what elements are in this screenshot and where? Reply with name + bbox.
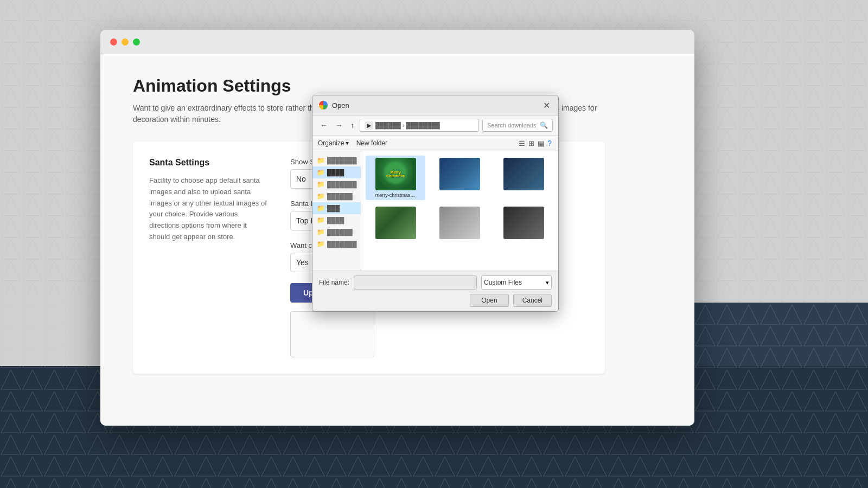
folder-icon-3: 📁: [317, 192, 325, 200]
thumb-img-2: [439, 158, 480, 190]
folder-label-2: ███████: [327, 181, 357, 188]
chrome-icon: [319, 101, 328, 110]
browser-titlebar: [100, 30, 694, 54]
thumb-img-5: [439, 207, 480, 239]
back-button[interactable]: ←: [318, 120, 330, 131]
sidebar-folder-3[interactable]: 📁 ██████: [312, 190, 361, 202]
browser-window: Animation Settings Want to give an extra…: [100, 30, 694, 426]
search-icon: 🔍: [540, 121, 548, 129]
toolbar2-left: Organize ▾ New folder: [318, 139, 387, 147]
settings-section-title: Santa Settings: [149, 158, 269, 168]
folder-icon-2: 📁: [317, 181, 325, 188]
view-btn-help[interactable]: ?: [546, 138, 553, 149]
sidebar-folder-6[interactable]: 📁 ██████: [312, 226, 361, 238]
file-thumb-6[interactable]: [494, 204, 554, 243]
browser-dot-red: [110, 38, 117, 46]
sidebar-folder-2[interactable]: 📁 ███████: [312, 178, 361, 190]
thumb-label-christmas: merry-christmas-lettering-frame_1262-683…: [375, 192, 416, 198]
page-title: Animation Settings: [133, 76, 662, 96]
dark-blue-preview: [503, 158, 544, 190]
organize-chevron: ▾: [346, 139, 349, 147]
view-buttons: ☰ ⊞ ▤ ?: [518, 138, 553, 149]
settings-section-desc: Facility to choose app default santa ima…: [149, 175, 269, 243]
organize-button[interactable]: Organize ▾: [318, 139, 349, 147]
folder-icon-5: 📁: [317, 216, 325, 224]
up-button[interactable]: ↑: [348, 120, 356, 131]
dialog-toolbar2: Organize ▾ New folder ☰ ⊞ ▤ ?: [312, 136, 558, 151]
address-path: ██████ › ████████: [375, 122, 440, 129]
dialog-address-toolbar: ← → ↑ ▶ ██████ › ████████ Search downloa…: [312, 115, 558, 136]
sidebar-folder-item[interactable]: 📁 ███████: [312, 155, 361, 166]
file-thumb-5[interactable]: [430, 204, 489, 243]
folder-label-6: ██████: [327, 229, 353, 235]
dialog-close-button[interactable]: ✕: [541, 100, 552, 111]
christmas-text: MerryChristmas: [386, 170, 405, 178]
address-bar[interactable]: ▶ ██████ › ████████: [360, 119, 479, 132]
file-type-text: Custom Files: [484, 279, 522, 286]
file-actions: Open Cancel: [319, 294, 552, 307]
organize-label: Organize: [318, 139, 344, 147]
file-thumb-2[interactable]: [430, 156, 489, 200]
folder-icon-4: 📁: [317, 204, 325, 212]
folder-label-3: ██████: [327, 193, 353, 200]
sidebar-folder-item-active[interactable]: 📁 ████: [312, 166, 361, 178]
dialog-title-text: Open: [332, 101, 349, 110]
file-name-row: File name: Custom Files ▾: [319, 275, 552, 290]
browser-dot-yellow: [122, 38, 129, 46]
folder-icon: 📁: [317, 157, 325, 164]
view-btn-grid[interactable]: ⊞: [527, 138, 535, 149]
sidebar-folder-4[interactable]: 📁 ███: [312, 202, 361, 214]
view-btn-details[interactable]: ▤: [537, 138, 545, 149]
thumb-img-3: [503, 158, 544, 190]
folder-label-active: ████: [327, 169, 344, 176]
browser-content: Animation Settings Want to give an extra…: [100, 54, 694, 426]
folder-icon-7: 📁: [317, 240, 325, 248]
file-thumb-3[interactable]: [494, 156, 554, 200]
search-bar[interactable]: Search downloads 🔍: [482, 119, 553, 132]
dialog-sidebar: 📁 ███████ 📁 ████ 📁 ███████ 📁 ██████: [312, 151, 361, 271]
dialog-open-button[interactable]: Open: [470, 294, 508, 307]
folder-label: ███████: [327, 157, 357, 164]
blue-preview: [439, 158, 480, 190]
forward-button[interactable]: →: [333, 120, 345, 131]
sidebar-folder-5[interactable]: 📁 ████: [312, 214, 361, 226]
file-thumb-christmas[interactable]: MerryChristmas merry-christmas-lettering…: [366, 156, 425, 200]
outdoor-preview: [375, 207, 416, 239]
file-type-chevron: ▾: [546, 279, 549, 286]
dialog-file-grid: MerryChristmas merry-christmas-lettering…: [361, 151, 558, 271]
thumb-img-christmas: MerryChristmas: [375, 158, 416, 190]
gray-preview: [439, 207, 480, 239]
view-btn-list[interactable]: ☰: [518, 138, 526, 149]
folder-icon-active: 📁: [317, 169, 325, 176]
image-preview-box: [290, 311, 374, 357]
folder-label-5: ████: [327, 217, 344, 223]
thumb-img-6: [503, 207, 544, 239]
folder-label-4: ███: [327, 205, 340, 211]
file-open-dialog[interactable]: Open ✕ ← → ↑ ▶ ██████ › ████████ Search …: [312, 95, 559, 312]
dialog-footer: File name: Custom Files ▾ Open Cancel: [312, 271, 558, 311]
file-thumb-4[interactable]: [366, 204, 425, 243]
file-name-input[interactable]: [354, 275, 477, 290]
sidebar-folder-7[interactable]: 📁 ███████: [312, 238, 361, 250]
settings-sidebar: Santa Settings Facility to choose app de…: [149, 158, 269, 357]
address-bar-text: ▶: [365, 121, 373, 130]
dialog-titlebar: Open ✕: [312, 95, 558, 115]
christmas-preview: MerryChristmas: [375, 158, 416, 190]
dialog-cancel-button[interactable]: Cancel: [513, 294, 552, 307]
search-placeholder: Search downloads: [487, 122, 537, 129]
file-type-select[interactable]: Custom Files ▾: [481, 275, 552, 290]
new-folder-button[interactable]: New folder: [356, 139, 387, 147]
dialog-body: 📁 ███████ 📁 ████ 📁 ███████ 📁 ██████: [312, 151, 558, 271]
thumb-img-4: [375, 207, 416, 239]
folder-icon-6: 📁: [317, 228, 325, 236]
file-name-label: File name:: [319, 279, 349, 286]
dialog-title-left: Open: [319, 101, 349, 110]
dark2-preview: [503, 207, 544, 239]
browser-dot-green: [133, 38, 140, 46]
folder-label-7: ███████: [327, 241, 357, 247]
